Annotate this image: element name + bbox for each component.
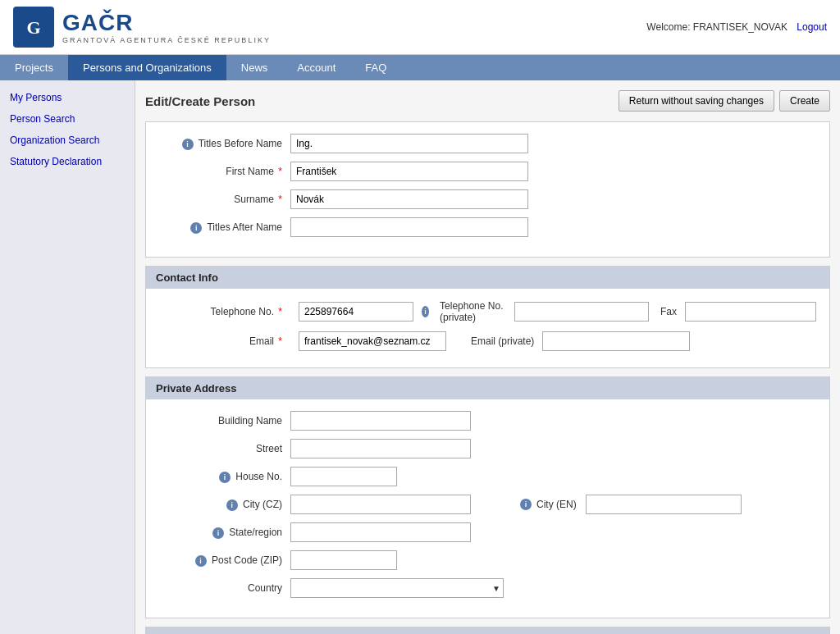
nav-account[interactable]: Account [282,55,350,80]
logo-title: GAČR [62,9,271,37]
return-button[interactable]: Return without saving changes [619,90,774,112]
telephone-label: Telephone No. * [159,306,290,317]
house-no-input[interactable] [290,467,397,486]
email-label: Email * [159,335,290,347]
first-name-label: First Name * [159,166,290,177]
country-select-wrapper: Czech Republic Slovakia Germany ▼ [290,578,504,598]
post-code-input[interactable] [290,550,397,570]
personal-info-body: i Titles Before Name First Name * Surnam… [146,122,829,257]
private-address-section: Private Address Building Name Street i H… [145,376,830,618]
street-row: Street [159,439,816,458]
surname-label: Surname * [159,194,290,205]
city-en-info-icon[interactable]: i [520,499,532,510]
private-address-body: Building Name Street i House No. [146,399,829,618]
create-button[interactable]: Create [779,90,830,112]
main-content: Edit/Create Person Return without saving… [135,80,840,634]
nav-persons[interactable]: Persons and Organizations [68,55,226,80]
titles-before-input[interactable] [290,134,528,153]
titles-after-input[interactable] [290,217,528,237]
telephone-private-input[interactable] [514,302,649,322]
private-address-header: Private Address [146,377,829,399]
logo-icon: G [13,7,54,48]
post-code-info-icon[interactable]: i [195,555,207,567]
city-en-label: City (EN) [536,499,577,510]
sidebar-item-statutory[interactable]: Statutory Declaration [0,151,135,172]
contact-info-section: Contact Info Telephone No. * i Telephone… [145,266,830,368]
email-private-label: Email (private) [471,335,534,347]
nav-news[interactable]: News [226,55,283,80]
form-header: Edit/Create Person Return without saving… [145,90,830,112]
logo-area: G GAČR GRANTOVÁ AGENTURA ČESKÉ REPUBLIKY [13,7,271,48]
building-name-label: Building Name [159,415,290,426]
titles-after-label: i Titles After Name [159,221,290,234]
telephone-private-info-icon[interactable]: i [422,306,429,317]
country-row: Country Czech Republic Slovakia Germany … [159,578,816,598]
welcome-text: Welcome: FRANTISEK_NOVAK [646,21,788,33]
sidebar-item-person-search[interactable]: Person Search [0,108,135,130]
logout-link[interactable]: Logout [797,21,827,33]
titles-before-label: i Titles Before Name [159,138,290,150]
sidebar-item-org-search[interactable]: Organization Search [0,130,135,151]
building-name-row: Building Name [159,411,816,431]
post-code-row: i Post Code (ZIP) [159,550,816,570]
surname-input[interactable] [290,189,528,209]
city-en-input[interactable] [586,495,742,514]
titles-before-info-icon[interactable]: i [182,139,194,150]
post-code-label: i Post Code (ZIP) [159,554,290,567]
state-input[interactable] [290,522,471,542]
titles-after-info-icon[interactable]: i [190,222,202,234]
house-no-row: i House No. [159,467,816,486]
building-name-input[interactable] [290,411,471,431]
country-label: Country [159,582,290,594]
svg-text:G: G [26,17,40,38]
first-name-input[interactable] [290,162,528,181]
main-nav: Projects Persons and Organizations News … [0,55,840,80]
city-cz-info-icon[interactable]: i [226,499,238,511]
logo-subtitle: GRANTOVÁ AGENTURA ČESKÉ REPUBLIKY [62,36,271,45]
city-cz-input[interactable] [290,495,471,514]
email-private-input[interactable] [542,331,690,351]
logo-text: GAČR GRANTOVÁ AGENTURA ČESKÉ REPUBLIKY [62,9,271,45]
fax-label: Fax [660,306,677,317]
contact-info-body: Telephone No. * i Telephone No. (private… [146,289,829,367]
surname-row: Surname * [159,189,816,209]
contact-info-header: Contact Info [146,267,829,289]
sidebar-item-my-persons[interactable]: My Persons [0,87,135,108]
house-no-info-icon[interactable]: i [219,472,231,483]
street-label: Street [159,443,290,454]
header: G GAČR GRANTOVÁ AGENTURA ČESKÉ REPUBLIKY… [0,0,840,55]
email-input[interactable] [299,331,446,351]
state-row: i State/region [159,522,816,542]
sidebar: My Persons Person Search Organization Se… [0,80,135,634]
user-info: Welcome: FRANTISEK_NOVAK Logout [646,21,827,33]
first-name-row: First Name * [159,162,816,181]
house-no-label: i House No. [159,471,290,483]
state-label: i State/region [159,527,290,539]
nav-faq[interactable]: FAQ [350,55,401,80]
state-info-icon[interactable]: i [212,527,224,539]
titles-before-row: i Titles Before Name [159,134,816,153]
country-select[interactable]: Czech Republic Slovakia Germany [290,578,504,598]
personal-info-section: i Titles Before Name First Name * Surnam… [145,121,830,258]
birth-info-header: Birth Info [146,627,829,634]
street-input[interactable] [290,439,471,458]
birth-info-section: Birth Info i Citizenship * Czech Republi… [145,627,830,634]
city-row: i City (CZ) i City (EN) [159,495,816,514]
fax-input[interactable] [685,302,816,322]
layout: My Persons Person Search Organization Se… [0,80,840,634]
nav-projects[interactable]: Projects [0,55,68,80]
form-buttons: Return without saving changes Create [619,90,830,112]
telephone-private-label: Telephone No. (private) [440,300,506,323]
titles-after-row: i Titles After Name [159,217,816,237]
city-cz-label: i City (CZ) [159,499,290,511]
telephone-input[interactable] [299,302,413,322]
form-title: Edit/Create Person [145,94,255,108]
